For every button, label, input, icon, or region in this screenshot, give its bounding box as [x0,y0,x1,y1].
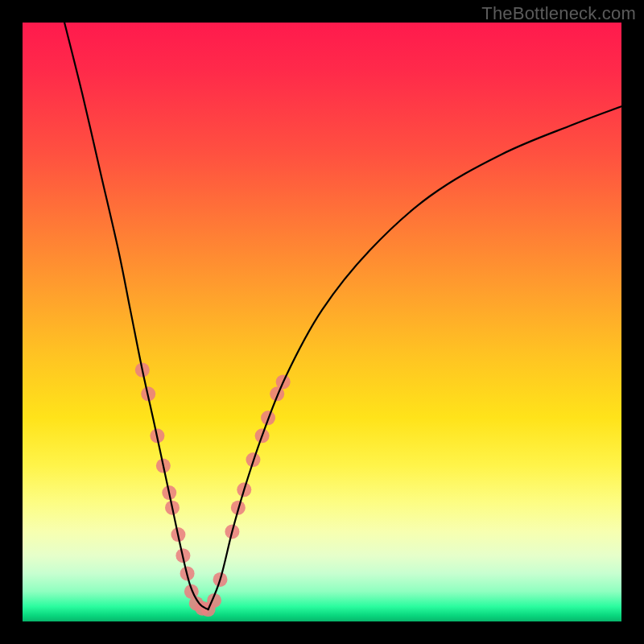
chart-svg [23,23,621,621]
left-branch-curve [64,23,208,609]
scatter-dots-layer [135,363,291,617]
chart-plot-area [23,23,621,621]
outer-frame: TheBottleneck.com [0,0,644,644]
watermark-text: TheBottleneck.com [481,3,636,24]
right-branch-curve [208,106,621,609]
